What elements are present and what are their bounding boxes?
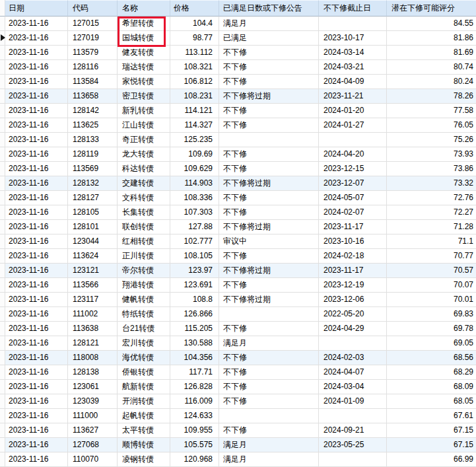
cell-announcement[interactable]: 不下修: [219, 394, 319, 409]
cell-code[interactable]: 111002: [68, 307, 118, 322]
cell-code[interactable]: 127068: [68, 438, 118, 452]
cell-price[interactable]: 109.69: [170, 147, 219, 162]
cell-date[interactable]: 2023-11-16: [5, 162, 68, 176]
cell-code[interactable]: 113658: [68, 89, 118, 104]
cell-date[interactable]: 2023-11-16: [5, 380, 68, 394]
cell-announcement[interactable]: 满足月: [219, 452, 319, 467]
cell-price[interactable]: 114.121: [170, 104, 219, 118]
cell-name[interactable]: 海优转债: [118, 351, 170, 365]
cell-score[interactable]: 84.55: [387, 17, 476, 31]
cell-announcement[interactable]: 满足月: [219, 336, 319, 351]
cell-price[interactable]: 109.629: [170, 162, 219, 176]
cell-date[interactable]: 2023-11-16: [5, 409, 68, 423]
cell-price[interactable]: 105.575: [170, 438, 219, 452]
cell-deadline[interactable]: 2024-05-07: [319, 191, 387, 205]
cell-price[interactable]: 104.356: [170, 351, 219, 365]
cell-announcement[interactable]: 不下修: [219, 278, 319, 293]
cell-name[interactable]: 龙大转债: [118, 147, 170, 162]
cell-price[interactable]: 108.336: [170, 191, 219, 205]
cell-deadline[interactable]: 2024-03-14: [319, 46, 387, 60]
cell-announcement[interactable]: 不下修将过期: [219, 89, 319, 104]
cell-announcement[interactable]: 不下修: [219, 249, 319, 264]
cell-price[interactable]: 127.88: [170, 220, 219, 234]
row-selector[interactable]: [0, 394, 5, 409]
cell-price[interactable]: 108.231: [170, 89, 219, 104]
cell-deadline[interactable]: 2024-09-21: [319, 423, 387, 438]
cell-deadline[interactable]: [319, 452, 387, 467]
cell-code[interactable]: 123039: [68, 394, 118, 409]
cell-name[interactable]: 开润转债: [118, 394, 170, 409]
cell-price[interactable]: 102.777: [170, 234, 219, 249]
cell-name[interactable]: 宏川转债: [118, 336, 170, 351]
cell-price[interactable]: 114.327: [170, 118, 219, 133]
cell-date[interactable]: 2023-11-16: [5, 46, 68, 60]
cell-announcement[interactable]: 不下修: [219, 75, 319, 89]
cell-price[interactable]: 120.968: [170, 452, 219, 467]
cell-deadline[interactable]: 2024-01-27: [319, 118, 387, 133]
cell-code[interactable]: 123061: [68, 380, 118, 394]
cell-date[interactable]: 2023-11-16: [5, 89, 68, 104]
cell-deadline[interactable]: 2023-10-16: [319, 234, 387, 249]
column-header-date[interactable]: 日期: [5, 0, 68, 17]
cell-score[interactable]: 73.93: [387, 147, 476, 162]
cell-score[interactable]: 68.09: [387, 380, 476, 394]
cell-announcement[interactable]: 不下修将过期: [219, 176, 319, 191]
cell-announcement[interactable]: 不下修: [219, 205, 319, 220]
cell-name[interactable]: 凌钢转债: [118, 452, 170, 467]
row-selector[interactable]: [0, 438, 5, 452]
column-header-code[interactable]: 代码: [68, 0, 118, 17]
cell-score[interactable]: 67.15: [387, 423, 476, 438]
cell-score[interactable]: 68.29: [387, 365, 476, 380]
cell-deadline[interactable]: 2024-01-09: [319, 394, 387, 409]
cell-price[interactable]: 123.691: [170, 278, 219, 293]
cell-deadline[interactable]: 2023-11-17: [319, 264, 387, 278]
cell-price[interactable]: 98.77: [170, 31, 219, 46]
cell-date[interactable]: 2023-11-16: [5, 293, 68, 307]
cell-price[interactable]: 125.235: [170, 133, 219, 147]
cell-code[interactable]: 128138: [68, 365, 118, 380]
cell-deadline[interactable]: 2024-02-07: [319, 205, 387, 220]
cell-score[interactable]: 70.07: [387, 278, 476, 293]
cell-score[interactable]: 66.99: [387, 452, 476, 467]
cell-date[interactable]: 2023-11-16: [5, 205, 68, 220]
cell-date[interactable]: 2023-11-16: [5, 118, 68, 133]
cell-score[interactable]: 69.05: [387, 336, 476, 351]
cell-deadline[interactable]: 2024-02-03: [319, 351, 387, 365]
row-selector[interactable]: [0, 162, 5, 176]
cell-deadline[interactable]: 2024-01-20: [319, 104, 387, 118]
cell-code[interactable]: 123044: [68, 234, 118, 249]
cell-code[interactable]: 110070: [68, 452, 118, 467]
row-selector[interactable]: [0, 249, 5, 264]
cell-deadline[interactable]: 2024-04-20: [319, 147, 387, 162]
cell-price[interactable]: 107.303: [170, 205, 219, 220]
cell-name[interactable]: 航新转债: [118, 380, 170, 394]
cell-code[interactable]: 123121: [68, 264, 118, 278]
cell-deadline[interactable]: [319, 133, 387, 147]
cell-code[interactable]: 113624: [68, 249, 118, 264]
cell-name[interactable]: 联创转债: [118, 220, 170, 234]
cell-deadline[interactable]: 2024-03-04: [319, 380, 387, 394]
cell-deadline[interactable]: 2022-05-20: [319, 307, 387, 322]
cell-deadline[interactable]: [319, 17, 387, 31]
cell-date[interactable]: 2023-11-16: [5, 31, 68, 46]
cell-score[interactable]: 72.27: [387, 205, 476, 220]
cell-deadline[interactable]: 2024-04-09: [319, 75, 387, 89]
cell-date[interactable]: 2023-11-16: [5, 322, 68, 336]
cell-name[interactable]: 健帆转债: [118, 293, 170, 307]
cell-date[interactable]: 2023-11-16: [5, 104, 68, 118]
row-selector[interactable]: [0, 278, 5, 293]
cell-deadline[interactable]: 2024-02-18: [319, 249, 387, 264]
column-header-score[interactable]: 潜在下修可能评分: [387, 0, 476, 17]
cell-price[interactable]: 123.97: [170, 264, 219, 278]
cell-announcement[interactable]: 不下修: [219, 162, 319, 176]
cell-price[interactable]: 109.955: [170, 423, 219, 438]
cell-code[interactable]: 113625: [68, 118, 118, 133]
cell-price[interactable]: 106.812: [170, 75, 219, 89]
cell-score[interactable]: 75.26: [387, 133, 476, 147]
row-selector[interactable]: [0, 220, 5, 234]
cell-deadline[interactable]: [319, 336, 387, 351]
cell-code[interactable]: 118008: [68, 351, 118, 365]
cell-code[interactable]: 128105: [68, 205, 118, 220]
cell-announcement[interactable]: 不下修将过期: [219, 264, 319, 278]
row-selector[interactable]: [0, 17, 5, 31]
